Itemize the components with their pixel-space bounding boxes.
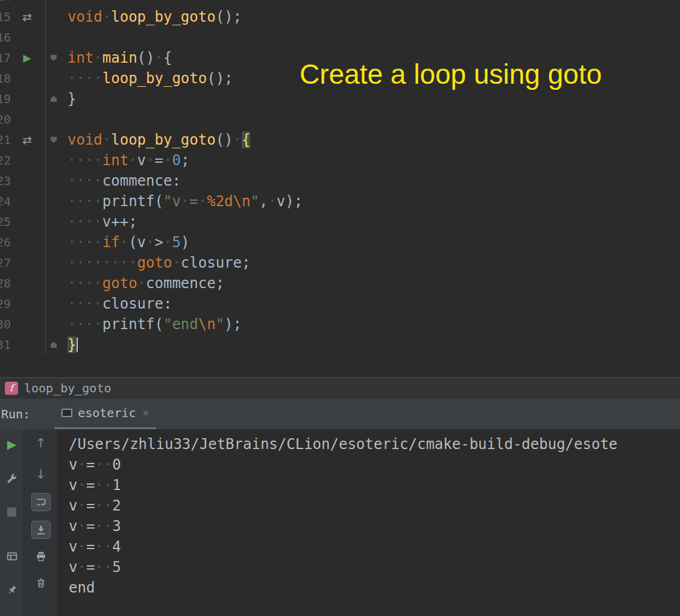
run-line-icon[interactable]: ▶	[17, 48, 37, 68]
print-button[interactable]	[32, 548, 50, 564]
gutter: 30	[0, 314, 68, 335]
code-token: commence;	[146, 275, 224, 292]
breadcrumb-bar: f loop_by_goto	[0, 377, 680, 398]
code-token: ;	[181, 152, 189, 169]
gutter: 18	[0, 68, 68, 89]
run-toolwindow-label: Run:	[1, 407, 30, 421]
fold-end-icon[interactable]	[51, 96, 57, 102]
code-token: =	[155, 152, 163, 169]
code-token: "	[250, 193, 259, 210]
whitespace-dots: ·	[137, 275, 146, 292]
line-number: 26	[0, 232, 11, 253]
code-token: {	[242, 131, 250, 148]
code-line-30[interactable]: 30····printf("end\n");	[0, 314, 680, 335]
code-line-21[interactable]: 21⇄void·loop_by_goto()·{	[0, 130, 680, 150]
code-text: ····printf("end\n");	[68, 314, 680, 335]
whitespace-dots: ·	[172, 254, 180, 271]
gutter: 29	[0, 294, 68, 314]
restore-layout-button[interactable]	[3, 548, 21, 564]
line-number: 15	[0, 7, 11, 27]
console-toolbar: ↑ ↓	[24, 429, 58, 616]
code-line-25[interactable]: 25····v++;	[0, 212, 680, 232]
code-line-24[interactable]: 24····printf("v·=·%2d\n",·v);	[0, 191, 680, 212]
code-token: v++;	[102, 213, 137, 230]
gutter: 31	[0, 335, 68, 355]
code-text: void·loop_by_goto();	[68, 7, 680, 27]
fold-end-icon[interactable]	[51, 342, 57, 348]
text-caret	[77, 338, 78, 352]
line-number: 22	[0, 150, 11, 171]
code-token: "end	[163, 316, 198, 333]
gutter: 14	[0, 0, 68, 7]
code-token: ();	[216, 8, 242, 25]
code-line-23[interactable]: 23····commence:	[0, 171, 680, 191]
gutter: 24	[0, 191, 68, 212]
whitespace-dots: ·	[268, 193, 276, 210]
code-line-31[interactable]: 31}	[0, 335, 680, 355]
gutter: 15⇄	[0, 7, 68, 27]
code-token: if	[102, 234, 120, 251]
code-line-15[interactable]: 15⇄void·loop_by_goto();	[0, 7, 680, 27]
breadcrumb-function-name[interactable]: loop_by_goto	[24, 381, 112, 395]
whitespace-dots: ····	[68, 275, 102, 292]
gutter: 16	[0, 27, 68, 48]
nav-arrows-icon[interactable]: ⇄	[17, 7, 37, 27]
whitespace-dots: ·	[77, 518, 86, 535]
code-token: ();	[207, 70, 233, 87]
whitespace-dots: ·	[181, 193, 189, 210]
pin-button[interactable]	[3, 582, 21, 598]
console-line: v·=··1	[69, 475, 680, 495]
rerun-button[interactable]: ▶	[3, 436, 21, 452]
code-line-29[interactable]: 29····closure:	[0, 294, 680, 314]
whitespace-dots: ·	[155, 49, 163, 66]
clear-console-button[interactable]	[32, 575, 50, 591]
wrench-icon	[7, 473, 17, 483]
line-number: 18	[0, 68, 11, 89]
code-token: }	[68, 336, 76, 353]
whitespace-dots: ····	[68, 295, 102, 312]
gutter: 20	[0, 109, 68, 130]
code-editor[interactable]: 1415⇄void·loop_by_goto();1617▶int·main()…	[0, 0, 680, 377]
code-token: ()	[137, 49, 155, 66]
edit-configuration-button[interactable]	[3, 470, 21, 486]
nav-arrows-icon[interactable]: ⇄	[17, 130, 37, 150]
code-line-28[interactable]: 28····goto·commence;	[0, 273, 680, 294]
whitespace-dots: ··	[95, 477, 112, 494]
code-token: \n	[198, 316, 216, 333]
tab-esoteric[interactable]: esoteric ×	[54, 398, 156, 429]
code-line-27[interactable]: 27········goto·closure;	[0, 253, 680, 273]
code-line-14[interactable]: 14	[0, 0, 680, 7]
whitespace-dots: ·	[102, 131, 111, 148]
scroll-to-end-toggle[interactable]	[31, 521, 51, 539]
code-line-16[interactable]: 16	[0, 27, 680, 48]
code-line-19[interactable]: 19}	[0, 89, 680, 109]
code-token: "	[216, 316, 224, 333]
code-token: \n	[233, 193, 251, 210]
run-console-panel: ▶	[0, 429, 680, 616]
code-token: 0	[172, 152, 180, 169]
whitespace-dots: ··	[95, 538, 112, 555]
soft-wrap-toggle[interactable]	[31, 493, 51, 511]
code-line-26[interactable]: 26····if·(v·>·5)	[0, 232, 680, 253]
console-output[interactable]: /Users/zhliu33/JetBrains/CLion/esoteric/…	[58, 429, 680, 616]
code-text: void·loop_by_goto()·{	[68, 130, 680, 150]
line-number: 31	[0, 335, 11, 355]
next-occurrence-button[interactable]: ↓	[32, 467, 50, 482]
code-line-22[interactable]: 22····int·v·=·0;	[0, 150, 680, 171]
gutter: 17▶	[0, 48, 68, 68]
console-line: end	[69, 577, 680, 598]
console-line: v·=··5	[69, 557, 680, 577]
stop-button[interactable]	[3, 504, 21, 520]
console-line: /Users/zhliu33/JetBrains/CLion/esoteric/…	[69, 434, 680, 454]
fold-start-icon[interactable]	[51, 55, 57, 61]
code-line-20[interactable]: 20	[0, 109, 680, 130]
code-token: loop_by_goto	[111, 131, 215, 148]
code-text: }	[68, 335, 680, 355]
line-number: 17	[0, 48, 11, 68]
code-text: }	[68, 89, 680, 109]
whitespace-dots: ·	[233, 131, 242, 148]
prev-occurrence-button[interactable]: ↑	[32, 435, 50, 451]
code-token: >	[155, 234, 163, 251]
close-tab-icon[interactable]: ×	[143, 407, 149, 419]
fold-start-icon[interactable]	[51, 137, 57, 143]
